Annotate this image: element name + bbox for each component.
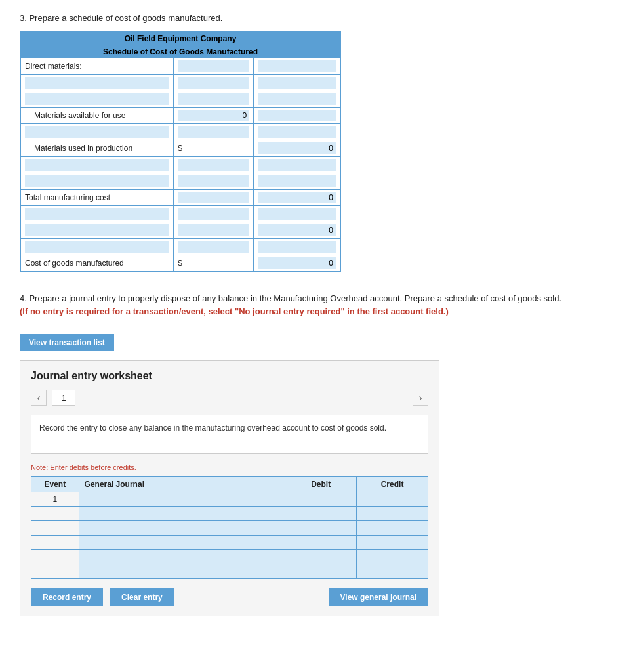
view-transaction-button[interactable]: View transaction list <box>20 334 114 351</box>
clear-entry-button[interactable]: Clear entry <box>110 588 174 606</box>
row-mid-input[interactable] <box>174 239 254 255</box>
credit-cell[interactable] <box>357 536 428 550</box>
section3-title: 3. Prepare a schedule of cost of goods m… <box>20 13 609 23</box>
section4-title-text: 4. Prepare a journal entry to properly d… <box>20 293 561 303</box>
journal-table-row <box>31 564 428 579</box>
journal-table-row <box>31 521 428 536</box>
table-row <box>21 239 340 255</box>
note-text: Note: Enter debits before credits. <box>31 463 428 471</box>
journal-cell[interactable] <box>79 521 285 536</box>
table-row: Materials available for use <box>21 108 340 124</box>
journal-cell[interactable] <box>79 550 285 564</box>
row-label[interactable] <box>21 91 174 108</box>
materials-available-right[interactable] <box>254 108 340 124</box>
journal-cell[interactable] <box>79 492 285 507</box>
row-mid-input[interactable] <box>174 157 254 173</box>
debit-cell[interactable] <box>285 507 357 521</box>
table-row: Direct materials: <box>21 58 340 75</box>
debit-cell[interactable] <box>285 492 357 507</box>
materials-used-label: Materials used in production <box>21 140 174 157</box>
credit-cell[interactable] <box>357 507 428 521</box>
debit-cell[interactable] <box>285 550 357 564</box>
debit-cell[interactable] <box>285 536 357 550</box>
journal-cell[interactable] <box>79 536 285 550</box>
row-mid-input[interactable] <box>174 58 254 75</box>
row-right-input[interactable] <box>254 157 340 173</box>
row-mid-input[interactable] <box>174 124 254 140</box>
record-entry-button[interactable]: Record entry <box>31 588 103 606</box>
journal-table-row <box>31 550 428 564</box>
th-event: Event <box>31 477 79 492</box>
materials-used-mid: $ <box>174 140 254 157</box>
row-right-input[interactable] <box>254 75 340 91</box>
journal-table: Event General Journal Debit Credit 1 <box>31 476 428 579</box>
journal-worksheet-title: Journal entry worksheet <box>31 370 428 382</box>
table-row: Total manufacturing cost <box>21 190 340 206</box>
pagination-row: ‹ 1 › <box>31 390 428 406</box>
row-mid-input[interactable] <box>174 206 254 222</box>
row-mid-input[interactable] <box>174 222 254 239</box>
credit-cell[interactable] <box>357 492 428 507</box>
row-label[interactable] <box>21 222 174 239</box>
row-right-input[interactable] <box>254 124 340 140</box>
journal-table-row <box>31 536 428 550</box>
row-mid-input[interactable] <box>174 91 254 108</box>
journal-table-row: 1 <box>31 492 428 507</box>
row-label: Direct materials: <box>21 58 174 75</box>
credit-cell[interactable] <box>357 521 428 536</box>
event-cell <box>31 550 79 564</box>
row-right-input[interactable] <box>254 173 340 190</box>
section4-title: 4. Prepare a journal entry to properly d… <box>20 292 609 318</box>
row-label[interactable] <box>21 124 174 140</box>
section4-red-text: (If no entry is required for a transacti… <box>20 306 449 316</box>
table-row: Materials used in production $ <box>21 140 340 157</box>
total-mfg-right[interactable] <box>254 190 340 206</box>
row-label[interactable] <box>21 206 174 222</box>
th-credit: Credit <box>357 477 428 492</box>
row-right-input[interactable] <box>254 206 340 222</box>
row-label[interactable] <box>21 239 174 255</box>
page-number: 1 <box>52 390 75 406</box>
total-mfg-cost-label: Total manufacturing cost <box>21 190 174 206</box>
row-mid-input[interactable] <box>174 173 254 190</box>
table-row <box>21 173 340 190</box>
view-general-journal-button[interactable]: View general journal <box>329 588 428 606</box>
cogs-mfg-mid: $ <box>174 255 254 272</box>
bottom-buttons: Record entry Clear entry View general jo… <box>31 588 428 606</box>
table-row: Cost of goods manufactured $ <box>21 255 340 272</box>
journal-table-header-row: Event General Journal Debit Credit <box>31 477 428 492</box>
event-cell <box>31 507 79 521</box>
row-label[interactable] <box>21 157 174 173</box>
row-mid-input[interactable] <box>174 75 254 91</box>
cogs-mfg-right[interactable] <box>254 255 340 272</box>
debit-cell[interactable] <box>285 564 357 579</box>
event-cell <box>31 536 79 550</box>
row-right-input[interactable] <box>254 91 340 108</box>
row-right-input[interactable] <box>254 58 340 75</box>
debit-cell[interactable] <box>285 521 357 536</box>
table-row <box>21 75 340 91</box>
materials-available-mid[interactable] <box>174 108 254 124</box>
event-cell <box>31 521 79 536</box>
row-right-input[interactable] <box>254 239 340 255</box>
credit-cell[interactable] <box>357 564 428 579</box>
schedule-table-wrapper: Oil Field Equipment Company Schedule of … <box>20 31 341 272</box>
next-page-button[interactable]: › <box>413 390 428 406</box>
journal-cell[interactable] <box>79 564 285 579</box>
journal-cell[interactable] <box>79 507 285 521</box>
table-row <box>21 124 340 140</box>
row-label[interactable] <box>21 75 174 91</box>
materials-used-right[interactable] <box>254 140 340 157</box>
materials-available-label: Materials available for use <box>21 108 174 124</box>
row-right-input[interactable] <box>254 222 340 239</box>
row-label[interactable] <box>21 173 174 190</box>
event-cell: 1 <box>31 492 79 507</box>
credit-cell[interactable] <box>357 550 428 564</box>
schedule-company-name: Oil Field Equipment Company <box>20 32 340 46</box>
table-row <box>21 157 340 173</box>
total-mfg-mid[interactable] <box>174 190 254 206</box>
entry-description: Record the entry to close any balance in… <box>31 415 428 454</box>
table-row <box>21 206 340 222</box>
prev-page-button[interactable]: ‹ <box>31 390 47 406</box>
schedule-table: Direct materials: Materials available fo… <box>20 58 340 272</box>
